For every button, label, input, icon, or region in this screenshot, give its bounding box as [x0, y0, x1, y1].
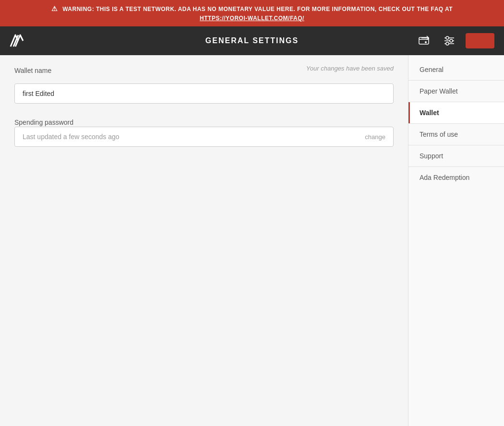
wallet-name-section: Wallet name Your changes have been saved	[14, 65, 394, 104]
svg-rect-0	[419, 37, 429, 44]
warning-text: WARNING: THIS IS A TEST NETWORK. ADA HAS…	[62, 6, 453, 12]
spending-password-section: Spending password Last updated a few sec…	[14, 118, 394, 147]
settings-sliders-icon	[443, 34, 456, 47]
sidebar-item-terms-of-use[interactable]: Terms of use	[408, 124, 504, 145]
yoroi-logo-icon	[10, 33, 28, 48]
settings-button[interactable]	[441, 32, 458, 49]
sidebar-item-wallet[interactable]: Wallet	[408, 102, 504, 123]
save-message: Your changes have been saved	[306, 65, 394, 72]
wallet-name-input[interactable]	[14, 83, 394, 104]
sidebar-item-support[interactable]: Support	[408, 145, 504, 166]
change-password-button[interactable]: change	[365, 133, 385, 141]
svg-point-7	[446, 42, 449, 45]
logo-svg	[10, 33, 28, 48]
spending-password-field: Last updated a few seconds ago change	[14, 127, 394, 147]
warning-icon: ⚠	[51, 4, 58, 14]
svg-point-5	[446, 36, 449, 39]
settings-sidebar: General Paper Wallet Wallet Terms of use…	[408, 55, 504, 426]
nav-actions	[416, 32, 494, 49]
main-layout: Wallet name Your changes have been saved…	[0, 55, 504, 426]
sidebar-item-ada-redemption[interactable]: Ada Redemption	[408, 167, 504, 188]
svg-point-6	[450, 39, 453, 42]
warning-banner: ⚠ WARNING: THIS IS A TEST NETWORK. ADA H…	[0, 0, 504, 26]
wallet-name-row: Wallet name Your changes have been saved	[14, 65, 394, 80]
content-area: Wallet name Your changes have been saved…	[0, 55, 408, 426]
page-title: GENERAL SETTINGS	[205, 36, 299, 45]
top-red-button[interactable]	[466, 33, 494, 48]
wallet-name-label: Wallet name	[14, 67, 51, 74]
top-nav: GENERAL SETTINGS	[0, 26, 504, 55]
wallet-export-button[interactable]	[416, 32, 433, 49]
sidebar-item-general[interactable]: General	[408, 59, 504, 80]
nav-logo	[10, 33, 28, 48]
password-last-updated: Last updated a few seconds ago	[23, 133, 120, 141]
svg-point-1	[425, 41, 427, 43]
sidebar-item-paper-wallet[interactable]: Paper Wallet	[408, 81, 504, 102]
wallet-export-icon	[418, 34, 431, 47]
warning-link[interactable]: HTTPS://YOROI-WALLET.COM/FAQ/	[8, 14, 496, 23]
spending-password-label: Spending password	[14, 118, 73, 126]
